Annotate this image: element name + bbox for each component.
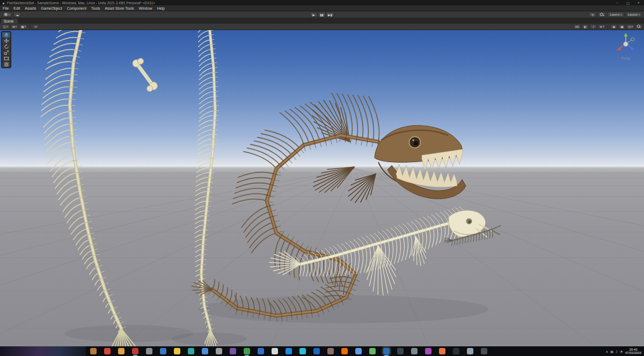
tool-rotate-button[interactable]: [2, 44, 10, 49]
grid-snapping-dropdown[interactable]: ⊞ ▾: [11, 24, 18, 29]
camera-settings-button[interactable]: ▣: [618, 24, 625, 29]
menu-component[interactable]: Component: [67, 6, 86, 10]
cloud-services-button[interactable]: ☁: [13, 12, 21, 17]
taskbar-app-icon[interactable]: [467, 348, 473, 354]
layout-dropdown[interactable]: Layout ▾: [626, 12, 642, 17]
tool-scale-button[interactable]: [2, 50, 10, 55]
system-tray: ∧▤♪◔ 20:40 07/02/2025: [604, 346, 641, 356]
taskbar-app-icon[interactable]: [369, 348, 376, 354]
account-button[interactable]: ▾: [2, 12, 12, 17]
volume-icon[interactable]: ♪: [616, 350, 618, 353]
menu-assets[interactable]: Assets: [25, 6, 36, 10]
taskbar-app-icon[interactable]: [383, 348, 390, 354]
taskbar-app-icon[interactable]: [202, 348, 208, 354]
tool-view-button[interactable]: [2, 32, 10, 38]
taskbar-app-icon[interactable]: [341, 348, 348, 354]
taskbar-app-icon[interactable]: [258, 348, 264, 354]
taskbar-app-icon[interactable]: [188, 348, 194, 354]
taskbar-app-icon[interactable]: [132, 348, 138, 354]
undo-history-button[interactable]: ↻: [589, 12, 596, 17]
scene-viewport[interactable]: Persp: [0, 30, 644, 346]
transform-icon: [4, 62, 9, 67]
taskbar-app-icon[interactable]: [327, 348, 334, 354]
grid-visibility-dropdown[interactable]: ▦ ▾: [19, 24, 27, 29]
scene-visibility-toggle[interactable]: ◉: [610, 24, 617, 29]
menu-tools[interactable]: Tools: [91, 6, 100, 10]
taskbar-app-icon[interactable]: [439, 348, 445, 354]
play-button[interactable]: ▶: [310, 12, 318, 17]
effects-dropdown[interactable]: ∗ ▾: [598, 24, 605, 29]
snap-toggle[interactable]: ∩: [32, 24, 39, 29]
scene-search-button[interactable]: [635, 24, 642, 29]
effects-icon: ∗: [599, 25, 602, 28]
menu-help[interactable]: Help: [157, 6, 164, 10]
tool-settings-icon: ◱: [3, 25, 6, 28]
gizmos-icon: ◎: [628, 25, 631, 28]
step-button[interactable]: ▶▮: [326, 12, 334, 17]
audio-toggle[interactable]: ♪: [590, 24, 597, 29]
taskbar-app-icon[interactable]: [453, 348, 459, 354]
taskbar-app-icon[interactable]: [146, 348, 152, 354]
notifications-icon[interactable]: ◔: [620, 350, 623, 353]
layers-dropdown[interactable]: Layers ▾: [608, 12, 624, 17]
taskbar-app-icon[interactable]: [230, 348, 236, 354]
minimize-button[interactable]: –: [612, 0, 623, 5]
magnet-icon: ∩: [34, 25, 36, 28]
chevron-down-icon: ▾: [639, 13, 640, 16]
hand-icon: [4, 32, 9, 38]
tool-move-button[interactable]: [2, 38, 10, 43]
tool-settings-dropdown[interactable]: ◱ ▾: [2, 24, 10, 29]
taskbar-app-icon[interactable]: [90, 348, 97, 354]
account-avatar-icon: [4, 13, 8, 16]
tab-scene[interactable]: Scene: [1, 19, 18, 24]
menu-asset-store-tools[interactable]: Asset Store Tools: [105, 6, 134, 10]
menu-gameobject[interactable]: GameObject: [41, 6, 62, 10]
taskbar-app-icon[interactable]: [411, 348, 418, 354]
search-icon: [600, 13, 604, 17]
taskbar-app-icon[interactable]: [355, 348, 362, 354]
windows-taskbar: ∧▤♪◔ 20:40 07/02/2025: [0, 346, 644, 356]
axis-gizmo-icon: [611, 32, 641, 56]
rect-tool-icon: [4, 56, 9, 61]
menu-window[interactable]: Window: [139, 6, 152, 10]
scale-icon: [4, 50, 9, 55]
taskbar-app-icon[interactable]: [104, 348, 111, 354]
scene-3d-render: [0, 30, 644, 346]
taskbar-app-icon[interactable]: [299, 348, 306, 354]
menu-edit[interactable]: Edit: [13, 6, 20, 10]
taskbar-app-icon[interactable]: [425, 348, 431, 354]
taskbar-app-icon[interactable]: [160, 348, 166, 354]
lighting-toggle[interactable]: ◐: [582, 24, 589, 29]
taskbar-clock[interactable]: 20:40 07/02/2025: [625, 348, 641, 355]
taskbar-app-icon[interactable]: [118, 348, 125, 354]
editor-search-button[interactable]: [598, 12, 606, 17]
pause-button[interactable]: ▮▮: [318, 12, 326, 17]
scene-view-toolbar: ◱ ▾ ⊞ ▾ ▦ ▾ ∩ 2D ◐ ♪ ∗ ▾ ◉ ▣ ◎: [0, 24, 644, 30]
taskbar-app-icon[interactable]: [244, 348, 250, 354]
tool-rect-button[interactable]: [2, 56, 10, 61]
tool-transform-button[interactable]: [2, 62, 10, 67]
projection-label[interactable]: Persp: [611, 56, 641, 60]
tray-expander-icon[interactable]: ∧: [606, 350, 608, 353]
separator: [608, 25, 608, 29]
grid-snap-icon: ⊞: [12, 25, 15, 28]
close-button[interactable]: ×: [633, 0, 644, 5]
taskbar-widget-thumbnail[interactable]: [0, 346, 86, 356]
gizmos-dropdown[interactable]: ◎ ▾: [626, 24, 634, 29]
taskbar-app-icon[interactable]: [216, 348, 222, 354]
fish-skeleton-models: [41, 30, 501, 346]
taskbar-app-icon[interactable]: [174, 348, 180, 354]
2d-toggle[interactable]: 2D: [574, 24, 581, 29]
maximize-button[interactable]: □: [623, 0, 633, 5]
menu-file[interactable]: File: [3, 6, 9, 10]
orientation-gizmo[interactable]: Persp: [611, 32, 641, 60]
taskbar-app-icon[interactable]: [272, 348, 278, 354]
unity-logo-icon: ◈: [2, 1, 5, 5]
clock-date: 07/02/2025: [625, 351, 641, 355]
grid-icon: ▦: [21, 25, 24, 28]
taskbar-app-icon[interactable]: [313, 348, 320, 354]
taskbar-app-icon[interactable]: [481, 348, 487, 354]
language-icon[interactable]: ▤: [610, 350, 613, 353]
taskbar-app-icon[interactable]: [286, 348, 292, 354]
taskbar-app-icon[interactable]: [397, 348, 404, 354]
